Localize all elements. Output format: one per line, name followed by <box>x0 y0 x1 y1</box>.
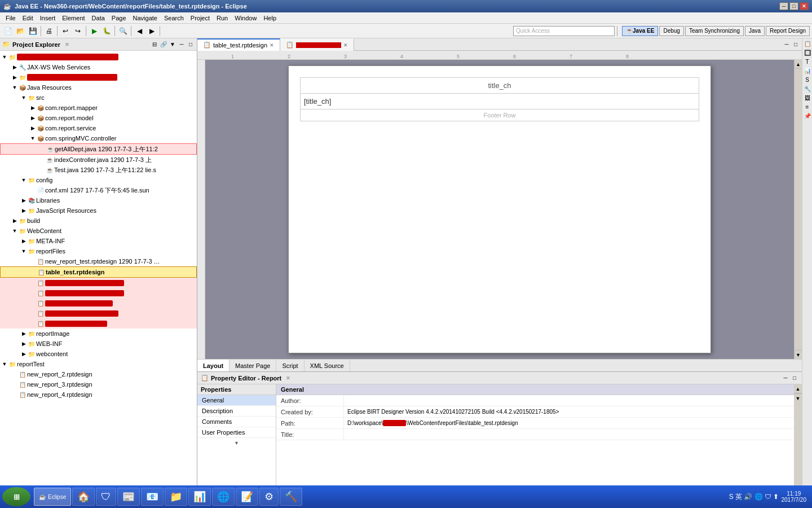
tree-controller[interactable]: ▼ 📦 com.springMVC.controller <box>0 133 197 143</box>
tree-src[interactable]: ▼ 📁 src <box>0 93 197 103</box>
tree-reporttest[interactable]: ▼ 📁 reportTest <box>0 359 197 369</box>
toolbar-redo[interactable]: ↪ <box>72 25 83 37</box>
menu-insert[interactable]: Insert <box>37 14 59 23</box>
tab-redacted[interactable]: 📋 X ✕ <box>280 38 354 51</box>
maximize-panel-button[interactable]: □ <box>187 41 195 49</box>
taskbar-item-5[interactable]: 📧 <box>141 488 164 506</box>
menu-edit[interactable]: Edit <box>19 14 37 23</box>
tree-item-root[interactable]: ▼ 📁 REDACTED <box>0 52 197 62</box>
menu-element[interactable]: Element <box>59 14 88 23</box>
tree-config[interactable]: ▼ 📁 config <box>0 175 197 185</box>
taskbar-item-2[interactable]: 🏠 <box>72 488 95 506</box>
tree-redact3[interactable]: 📋 X <box>0 298 197 308</box>
canvas-scrollbar-v[interactable]: ▲ ▼ <box>794 60 802 359</box>
taskbar-item-6[interactable]: 📁 <box>165 488 187 506</box>
toolbar-back[interactable]: ◀ <box>134 25 145 37</box>
tree-report2[interactable]: 📋 new_report_2.rptdesign <box>0 369 197 379</box>
title-input[interactable] <box>347 431 791 438</box>
toolbar-run[interactable]: ▶ <box>89 25 100 37</box>
right-icon-9[interactable]: 📌 <box>804 112 811 120</box>
menu-window[interactable]: Window <box>231 14 260 23</box>
right-icon-4[interactable]: 📊 <box>804 67 811 75</box>
toolbar-forward[interactable]: ▶ <box>146 25 157 37</box>
right-icon-7[interactable]: 🖼 <box>804 94 811 102</box>
taskbar-item-9[interactable]: 📝 <box>236 488 258 506</box>
tree-test[interactable]: ☕ Test.java 1290 17-7-3 上午11:22 lie.s <box>0 165 197 175</box>
right-icon-8[interactable]: ≡ <box>804 103 811 111</box>
right-icon-6[interactable]: 🔧 <box>804 85 811 93</box>
toolbar-save[interactable]: 💾 <box>27 25 38 37</box>
tree-redact5[interactable]: 📋 X <box>0 318 197 329</box>
tree-build[interactable]: ▶ 📁 build <box>0 216 197 226</box>
tree-newreport[interactable]: 📋 new_report_test.rptdesign 1290 17-7-3 … <box>0 256 197 266</box>
editor-minimize-btn[interactable]: ─ <box>783 41 791 49</box>
right-icon-2[interactable]: 🔲 <box>804 49 811 56</box>
menu-project[interactable]: Project <box>187 14 213 23</box>
tree-model[interactable]: ▶ 📦 com.report.model <box>0 113 197 123</box>
tab-script[interactable]: Script <box>276 360 304 372</box>
tree-deployment[interactable]: ▶ 📁 REDACTED <box>0 72 197 82</box>
author-input[interactable] <box>347 397 791 404</box>
right-icon-3[interactable]: T <box>804 58 811 65</box>
tree-redact4[interactable]: 📋 X <box>0 308 197 318</box>
perspective-javaee[interactable]: ☕ Java EE <box>622 26 658 36</box>
taskbar-item-4[interactable]: 📰 <box>117 488 140 506</box>
maximize-button[interactable]: □ <box>789 2 798 10</box>
cat-general[interactable]: General <box>197 395 276 406</box>
minimize-button[interactable]: ─ <box>779 2 788 10</box>
perspective-teamsync[interactable]: Team Synchronizing <box>685 26 744 36</box>
tree-jaxws[interactable]: ▶ 🔧 JAX-WS Web Services <box>0 62 197 72</box>
toolbar-search[interactable]: 🔍 <box>117 25 129 37</box>
prop-close-icon[interactable]: ✕ <box>286 375 290 381</box>
menu-help[interactable]: Help <box>260 14 280 23</box>
collapse-all-button[interactable]: ⊟ <box>151 41 158 49</box>
toolbar-debug[interactable]: 🐛 <box>101 25 112 37</box>
taskbar-item-11[interactable]: 🔨 <box>280 488 302 506</box>
perspective-reportdesign[interactable]: Report Design <box>766 26 810 36</box>
toolbar-undo[interactable]: ↩ <box>60 25 71 37</box>
cat-description[interactable]: Description <box>197 406 276 417</box>
editor-maximize-btn[interactable]: □ <box>792 41 800 49</box>
prop-value-author[interactable] <box>344 395 794 406</box>
tree-webcontent[interactable]: ▼ 📁 WebContent <box>0 226 197 236</box>
tree-service[interactable]: ▶ 📦 com.report.service <box>0 123 197 133</box>
toolbar-print[interactable]: 🖨 <box>43 25 55 37</box>
prop-scrollbar[interactable]: ▲ ▼ <box>794 384 802 496</box>
cat-comments[interactable]: Comments <box>197 417 276 427</box>
tab-layout[interactable]: Layout <box>197 360 230 372</box>
tree-java-resources[interactable]: ▼ 📦 Java Resources <box>0 82 197 93</box>
tree-report3[interactable]: 📋 new_report_3.rptdesign <box>0 379 197 389</box>
tab-close-icon[interactable]: ✕ <box>270 42 274 48</box>
tree-indexcontroller[interactable]: ☕ indexController.java 1290 17-7-3 上 <box>0 155 197 165</box>
menu-run[interactable]: Run <box>213 14 231 23</box>
menu-page[interactable]: Page <box>108 14 130 23</box>
menu-navigate[interactable]: Navigate <box>130 14 161 23</box>
scroll-up-btn[interactable]: ▲ <box>795 60 802 69</box>
scroll-down-btn[interactable]: ▼ <box>795 350 802 359</box>
tree-metainf[interactable]: ▶ 📁 META-INF <box>0 236 197 246</box>
toolbar-open[interactable]: 📂 <box>15 25 26 37</box>
tree-reportimage[interactable]: ▶ 📁 reportImage <box>0 329 197 339</box>
tree-libraries[interactable]: ▶ 📚 Libraries <box>0 195 197 205</box>
tree-mapper[interactable]: ▶ 📦 com.report.mapper <box>0 103 197 113</box>
tab-masterpage[interactable]: Master Page <box>230 360 276 372</box>
view-menu-button[interactable]: ▼ <box>169 41 176 49</box>
tree-redact2[interactable]: 📋 X <box>0 288 197 298</box>
start-button[interactable]: ⊞ <box>2 487 30 506</box>
right-icon-5[interactable]: S <box>804 76 811 84</box>
menu-file[interactable]: File <box>2 14 19 23</box>
taskbar-eclipse[interactable]: ☕ Eclipse <box>34 488 71 506</box>
perspective-java[interactable]: Java <box>745 26 765 36</box>
taskbar-item-8[interactable]: 🌐 <box>212 488 235 506</box>
tab-close2-icon[interactable]: ✕ <box>343 42 348 48</box>
prop-scroll-up[interactable]: ▲ <box>794 384 802 393</box>
tree-confxml[interactable]: 📄 conf.xml 1297 17-7-6 下午5:45 lie.sun <box>0 185 197 195</box>
prop-value-title[interactable] <box>344 429 794 440</box>
perspective-debug[interactable]: Debug <box>659 26 683 36</box>
prop-maximize-btn[interactable]: □ <box>791 374 798 382</box>
menu-search[interactable]: Search <box>161 14 187 23</box>
taskbar-item-10[interactable]: ⚙ <box>259 488 279 506</box>
tree-webinf[interactable]: ▶ 📁 WEB-INF <box>0 339 197 349</box>
taskbar-item-7[interactable]: 📊 <box>188 488 211 506</box>
toolbar-new[interactable]: 📄 <box>2 25 14 37</box>
